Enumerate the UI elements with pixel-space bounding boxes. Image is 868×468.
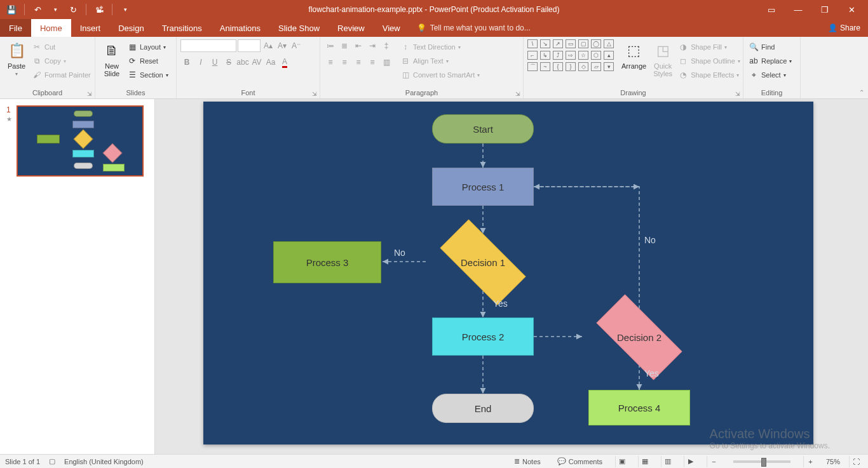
tab-view[interactable]: View bbox=[374, 19, 409, 37]
minimize-icon[interactable]: — bbox=[785, 2, 811, 17]
ribbon-options-icon[interactable]: ▭ bbox=[759, 2, 784, 17]
comments-button[interactable]: 💬Comments bbox=[553, 457, 606, 465]
underline-button[interactable]: U bbox=[208, 56, 221, 69]
share-button[interactable]: 👤 Share bbox=[820, 19, 868, 37]
shape-brace-r-icon[interactable]: } bbox=[566, 62, 576, 71]
section-button[interactable]: ☰Section▾ bbox=[126, 69, 170, 81]
find-button[interactable]: 🔍Find bbox=[747, 41, 793, 53]
character-spacing-button[interactable]: AV bbox=[250, 56, 263, 69]
shape-effects-button[interactable]: ◔Shape Effects▾ bbox=[677, 69, 742, 81]
spellcheck-icon[interactable]: ▢ bbox=[49, 457, 55, 465]
dialog-launcher-icon[interactable]: ⇲ bbox=[515, 91, 520, 97]
tab-design[interactable]: Design bbox=[109, 19, 153, 37]
shape-free-icon[interactable]: ~ bbox=[540, 62, 550, 71]
flowchart-process-1[interactable]: Process 1 bbox=[432, 168, 534, 206]
close-icon[interactable]: ✕ bbox=[839, 2, 864, 17]
zoom-in-button[interactable]: + bbox=[803, 456, 817, 467]
font-size-combo[interactable] bbox=[238, 39, 261, 52]
new-slide-button[interactable]: 🗎 New Slide bbox=[99, 39, 125, 79]
flowchart-process-4[interactable]: Process 4 bbox=[588, 390, 690, 425]
bold-button[interactable]: B bbox=[180, 56, 193, 69]
reset-button[interactable]: ⟳Reset bbox=[126, 55, 170, 67]
decrease-font-icon[interactable]: A▾ bbox=[276, 39, 288, 52]
flowchart-decision-2[interactable]: Decision 2 bbox=[582, 309, 696, 366]
slide-editor[interactable]: Start Process 1 Decision 1 Process 3 Pro… bbox=[155, 99, 868, 454]
tell-me-search[interactable]: 💡 Tell me what you want to do... bbox=[409, 19, 531, 37]
select-button[interactable]: ⌖Select▾ bbox=[747, 69, 793, 81]
shape-callout2-icon[interactable]: ▱ bbox=[591, 62, 601, 71]
tab-review[interactable]: Review bbox=[329, 19, 374, 37]
shape-more-down-icon[interactable]: ▾ bbox=[604, 62, 614, 71]
zoom-out-button[interactable]: − bbox=[707, 456, 721, 467]
restore-icon[interactable]: ❐ bbox=[812, 2, 837, 17]
justify-button[interactable]: ≡ bbox=[366, 56, 379, 69]
align-center-button[interactable]: ≡ bbox=[338, 56, 351, 69]
shape-hex-icon[interactable]: ⬡ bbox=[591, 51, 601, 60]
flowchart-start[interactable]: Start bbox=[432, 114, 534, 144]
shape-rect-icon[interactable]: ▭ bbox=[566, 39, 576, 48]
format-painter-button[interactable]: 🖌Format Painter bbox=[31, 69, 92, 81]
flowchart-end[interactable]: End bbox=[432, 394, 534, 423]
flowchart-process-3[interactable]: Process 3 bbox=[273, 241, 381, 283]
cut-button[interactable]: ✂Cut bbox=[31, 41, 92, 53]
tab-file[interactable]: File bbox=[0, 19, 31, 37]
increase-indent-button[interactable]: ⇥ bbox=[366, 39, 379, 52]
shape-more-up-icon[interactable]: ▴ bbox=[604, 51, 614, 60]
undo-dropdown-icon[interactable]: ▾ bbox=[48, 2, 63, 17]
copy-button[interactable]: ⧉Copy▾ bbox=[31, 55, 92, 67]
align-left-button[interactable]: ≡ bbox=[324, 56, 337, 69]
tab-home[interactable]: Home bbox=[31, 19, 71, 37]
convert-smartart-button[interactable]: ◫Convert to SmartArt▾ bbox=[399, 69, 481, 81]
font-color-button[interactable]: A bbox=[278, 56, 291, 69]
columns-button[interactable]: ▥ bbox=[380, 56, 393, 69]
change-case-button[interactable]: Aa bbox=[264, 56, 277, 69]
save-icon[interactable]: 💾 bbox=[4, 2, 19, 17]
collapse-ribbon-icon[interactable]: ⌃ bbox=[859, 89, 864, 96]
slideshow-view-button[interactable]: ▶ bbox=[684, 456, 698, 467]
align-right-button[interactable]: ≡ bbox=[352, 56, 365, 69]
paste-button[interactable]: 📋 Paste ▾ bbox=[4, 39, 29, 78]
tab-animations[interactable]: Animations bbox=[211, 19, 269, 37]
reading-view-button[interactable]: ▥ bbox=[661, 456, 675, 467]
shape-line-icon[interactable]: \ bbox=[527, 39, 538, 48]
text-direction-button[interactable]: ↕Text Direction▾ bbox=[399, 41, 481, 53]
tab-insert[interactable]: Insert bbox=[71, 19, 110, 37]
shape-fill-button[interactable]: ◑Shape Fill▾ bbox=[677, 41, 742, 53]
dialog-launcher-icon[interactable]: ⇲ bbox=[312, 91, 317, 97]
slide-sorter-view-button[interactable]: ▦ bbox=[638, 456, 652, 467]
numbering-button[interactable]: ≣ bbox=[338, 39, 351, 52]
shape-outline-button[interactable]: ◻Shape Outline▾ bbox=[677, 55, 742, 67]
shape-conn1-icon[interactable]: ⌐ bbox=[527, 51, 538, 60]
shape-conn3-icon[interactable]: ⤴ bbox=[553, 51, 563, 60]
language-indicator[interactable]: English (United Kingdom) bbox=[64, 458, 144, 465]
shape-brace-l-icon[interactable]: { bbox=[553, 62, 563, 71]
notes-button[interactable]: ≣Notes bbox=[510, 457, 545, 465]
shape-conn2-icon[interactable]: ↳ bbox=[540, 51, 550, 60]
shape-curve-icon[interactable]: ⌒ bbox=[527, 62, 538, 71]
tab-transitions[interactable]: Transitions bbox=[153, 19, 211, 37]
start-from-beginning-icon[interactable]: 📽 bbox=[92, 2, 107, 17]
shape-line2-icon[interactable]: ↗ bbox=[553, 39, 563, 48]
fit-to-window-button[interactable]: ⛶ bbox=[849, 456, 863, 467]
shape-arrow-icon[interactable]: ↘ bbox=[540, 39, 550, 48]
replace-button[interactable]: abReplace▾ bbox=[747, 55, 793, 67]
tab-slideshow[interactable]: Slide Show bbox=[269, 19, 329, 37]
strikethrough-button[interactable]: S bbox=[222, 56, 235, 69]
align-text-button[interactable]: ⊟Align Text▾ bbox=[399, 55, 481, 67]
normal-view-button[interactable]: ▣ bbox=[615, 456, 629, 467]
layout-button[interactable]: ▦Layout▾ bbox=[126, 41, 170, 53]
font-name-combo[interactable] bbox=[180, 39, 236, 52]
italic-button[interactable]: I bbox=[194, 56, 207, 69]
zoom-slider[interactable] bbox=[733, 460, 790, 463]
shape-callout-icon[interactable]: ◇ bbox=[578, 62, 588, 71]
bullets-button[interactable]: ≔ bbox=[324, 39, 337, 52]
undo-icon[interactable]: ↶ bbox=[30, 2, 45, 17]
flowchart-decision-1[interactable]: Decision 1 bbox=[426, 234, 540, 291]
slide-thumbnail-pane[interactable]: 1 ★ bbox=[0, 99, 155, 454]
text-shadow-button[interactable]: abc bbox=[236, 56, 249, 69]
shape-arrowr-icon[interactable]: ⇨ bbox=[566, 51, 576, 60]
increase-font-icon[interactable]: A▴ bbox=[262, 39, 275, 52]
shape-roundrect-icon[interactable]: ▢ bbox=[578, 39, 588, 48]
flowchart-process-2[interactable]: Process 2 bbox=[432, 318, 534, 356]
dialog-launcher-icon[interactable]: ⇲ bbox=[87, 91, 92, 97]
